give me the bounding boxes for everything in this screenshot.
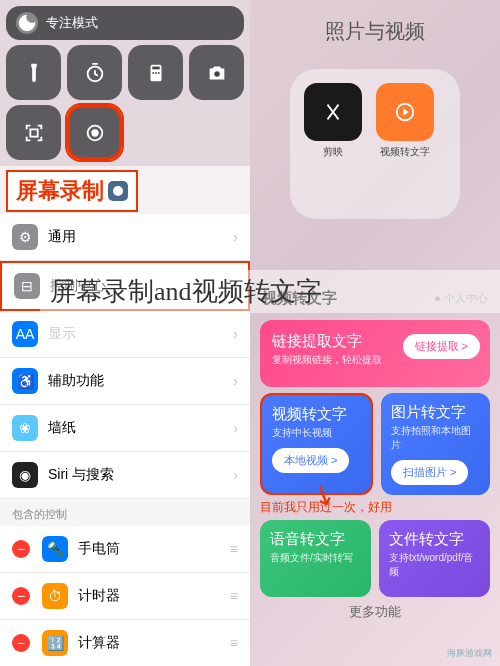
drag-handle-icon[interactable]: ≡ xyxy=(230,635,238,651)
chevron-right-icon: › xyxy=(233,229,238,245)
qr-scan-tile[interactable] xyxy=(6,105,61,160)
scan-image-button[interactable]: 扫描图片 > xyxy=(391,460,468,485)
control-center-panel: 专注模式 xyxy=(0,0,250,166)
app-folder[interactable]: 剪映 视频转文字 xyxy=(290,69,460,219)
flashlight-icon: 🔦 xyxy=(42,536,68,562)
link-extract-button[interactable]: 链接提取 > xyxy=(403,334,480,359)
settings-wallpaper[interactable]: ❀墙纸› xyxy=(0,405,250,452)
timer-tile[interactable] xyxy=(67,45,122,100)
moon-icon xyxy=(16,12,38,34)
ctrl-calculator[interactable]: −🔢计算器≡ xyxy=(0,620,250,666)
folder-title: 照片与视频 xyxy=(250,0,500,59)
more-features[interactable]: 更多功能 xyxy=(250,597,500,627)
svg-point-8 xyxy=(92,130,98,136)
settings-general[interactable]: ⚙通用› xyxy=(0,214,250,261)
focus-mode-toggle[interactable]: 专注模式 xyxy=(6,6,244,40)
remove-icon[interactable]: − xyxy=(12,540,30,558)
overlay-title: 屏幕录制and视频转文字 xyxy=(40,270,500,313)
user-note: 目前我只用过一次，好用 xyxy=(260,499,490,516)
aa-icon: AA xyxy=(12,321,38,347)
screen-record-label: 屏幕录制 xyxy=(6,170,138,212)
card-video2text[interactable]: 视频转文字 支持中长视频 本地视频 > ↘ xyxy=(260,393,373,495)
ctrl-flashlight[interactable]: −🔦手电筒≡ xyxy=(0,526,250,573)
svg-point-4 xyxy=(155,72,157,74)
screen-record-tile[interactable] xyxy=(67,105,122,160)
camera-tile[interactable] xyxy=(189,45,244,100)
svg-point-6 xyxy=(214,71,220,77)
local-video-button[interactable]: 本地视频 > xyxy=(272,448,349,473)
siri-icon: ◉ xyxy=(12,462,38,488)
drag-handle-icon[interactable]: ≡ xyxy=(230,588,238,604)
app-jianying[interactable] xyxy=(304,83,362,141)
calculator-tile[interactable] xyxy=(128,45,183,100)
flashlight-tile[interactable] xyxy=(6,45,61,100)
record-dot-icon xyxy=(108,181,128,201)
drag-handle-icon[interactable]: ≡ xyxy=(230,541,238,557)
timer-icon: ⏱ xyxy=(42,583,68,609)
settings-accessibility[interactable]: ♿辅助功能› xyxy=(0,358,250,405)
accessibility-icon: ♿ xyxy=(12,368,38,394)
card-file2text[interactable]: 文件转文字 支持txt/word/pdf/音频 xyxy=(379,520,490,597)
settings-siri[interactable]: ◉Siri 与搜索› xyxy=(0,452,250,499)
watermark: 海豚游戏网 xyxy=(447,647,492,660)
gear-icon: ⚙ xyxy=(12,224,38,250)
section-header: 包含的控制 xyxy=(0,499,250,526)
card-audio2text[interactable]: 语音转文字 音频文件/实时转写 xyxy=(260,520,371,597)
remove-icon[interactable]: − xyxy=(12,634,30,652)
toggle-icon: ⊟ xyxy=(14,273,40,299)
card-image2text[interactable]: 图片转文字 支持拍照和本地图片 扫描图片 > xyxy=(381,393,490,495)
svg-point-5 xyxy=(157,72,159,74)
wallpaper-icon: ❀ xyxy=(12,415,38,441)
settings-display[interactable]: AA显示› xyxy=(0,311,250,358)
svg-rect-2 xyxy=(152,66,159,69)
remove-icon[interactable]: − xyxy=(12,587,30,605)
app-video2text[interactable] xyxy=(376,83,434,141)
card-link-extract[interactable]: 链接提取文字 复制视频链接，轻松提取 链接提取 > xyxy=(260,320,490,387)
svg-point-3 xyxy=(152,72,154,74)
ctrl-timer[interactable]: −⏱计时器≡ xyxy=(0,573,250,620)
focus-label: 专注模式 xyxy=(46,14,98,32)
calculator-icon: 🔢 xyxy=(42,630,68,656)
